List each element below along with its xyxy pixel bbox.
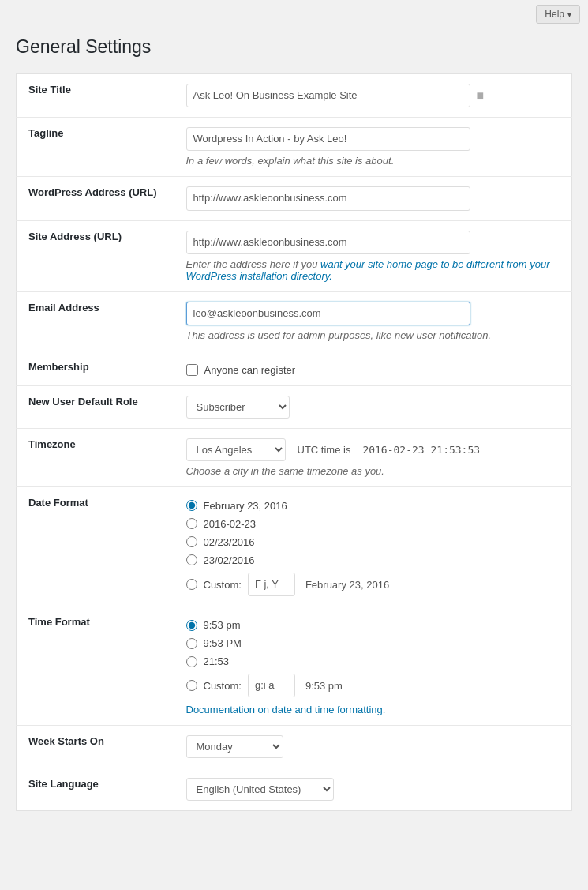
time-format-field-cell: 9:53 pm 9:53 PM 21:53 Custom:: [174, 606, 572, 726]
help-label: Help: [545, 9, 564, 20]
date-format-row: Date Format February 23, 2016 2016-02-23: [17, 486, 572, 606]
week-starts-label: Week Starts On: [17, 726, 174, 768]
timezone-label: Timezone: [17, 428, 174, 486]
date-format-radio-1[interactable]: [186, 500, 197, 511]
new-user-role-select[interactable]: Subscriber Contributor Author Editor Adm…: [186, 396, 290, 419]
site-address-hint: Enter the address here if you want your …: [186, 258, 560, 282]
date-format-option-3: 02/23/2016: [186, 536, 560, 548]
tagline-hint: In a few words, explain what this site i…: [186, 155, 560, 167]
membership-row: Membership Anyone can register: [17, 351, 572, 385]
timezone-select[interactable]: Los Angeles New York UTC London: [186, 438, 286, 461]
edit-icon: ■: [477, 88, 485, 103]
time-format-option-custom: Custom: 9:53 pm: [186, 674, 560, 697]
tagline-field-cell: In a few words, explain what this site i…: [174, 118, 572, 177]
site-address-field-cell: Enter the address here if you want your …: [174, 220, 572, 291]
week-starts-field-cell: Sunday Monday Tuesday Wednesday Thursday…: [174, 726, 572, 768]
date-format-option-1: February 23, 2016: [186, 500, 560, 512]
site-language-select[interactable]: English (United States) English (UK) Fre…: [186, 778, 334, 801]
new-user-role-label: New User Default Role: [17, 385, 174, 428]
time-format-custom-preview: 9:53 pm: [305, 680, 343, 692]
email-row: Email Address This address is used for a…: [17, 291, 572, 351]
tagline-label: Tagline: [17, 118, 174, 177]
site-title-field-cell: ■: [174, 74, 572, 118]
time-format-label-1: 9:53 pm: [204, 619, 241, 631]
date-format-group: February 23, 2016 2016-02-23 02/23/2016: [186, 497, 560, 596]
wp-address-row: WordPress Address (URL): [17, 177, 572, 220]
date-format-label-1: February 23, 2016: [204, 500, 287, 512]
help-button[interactable]: Help ▾: [536, 5, 580, 24]
week-starts-select[interactable]: Sunday Monday Tuesday Wednesday Thursday…: [186, 735, 283, 758]
date-format-option-4: 23/02/2016: [186, 554, 560, 566]
new-user-role-row: New User Default Role Subscriber Contrib…: [17, 385, 572, 428]
site-title-label: Site Title: [17, 74, 174, 118]
new-user-role-field-cell: Subscriber Contributor Author Editor Adm…: [174, 385, 572, 428]
membership-checkbox-label: Anyone can register: [204, 364, 296, 376]
date-format-label-4: 23/02/2016: [204, 554, 255, 566]
site-address-hint-prefix: Enter the address here if you: [186, 258, 321, 270]
chevron-down-icon: ▾: [567, 10, 571, 19]
time-format-custom-input[interactable]: [248, 674, 295, 697]
date-format-option-2: 2016-02-23: [186, 518, 560, 530]
timezone-field-cell: Los Angeles New York UTC London UTC time…: [174, 428, 572, 486]
time-format-option-3: 21:53: [186, 655, 560, 667]
time-format-radio-custom[interactable]: [186, 680, 197, 691]
time-format-label-3: 21:53: [204, 655, 230, 667]
top-bar: Help ▾: [0, 0, 588, 28]
site-language-field-cell: English (United States) English (UK) Fre…: [174, 768, 572, 811]
settings-table: Site Title ■ Tagline In a few words, exp…: [16, 73, 572, 811]
date-format-radio-4[interactable]: [186, 554, 197, 565]
date-format-radio-2[interactable]: [186, 518, 197, 529]
site-language-row: Site Language English (United States) En…: [17, 768, 572, 811]
tagline-input[interactable]: [186, 127, 470, 151]
site-address-input[interactable]: [186, 231, 470, 254]
wp-address-input[interactable]: [186, 186, 470, 210]
date-format-option-custom: Custom: February 23, 2016: [186, 573, 560, 596]
wp-address-field-cell: [174, 177, 572, 220]
time-format-option-1: 9:53 pm: [186, 619, 560, 631]
membership-checkbox-row: Anyone can register: [186, 361, 560, 376]
tagline-row: Tagline In a few words, explain what thi…: [17, 118, 572, 177]
email-input[interactable]: [186, 302, 470, 325]
date-format-field-cell: February 23, 2016 2016-02-23 02/23/2016: [174, 486, 572, 606]
date-format-custom-preview: February 23, 2016: [305, 579, 389, 591]
time-format-label: Time Format: [17, 606, 174, 726]
time-format-radio-1[interactable]: [186, 620, 197, 631]
membership-field-cell: Anyone can register: [174, 351, 572, 385]
week-starts-row: Week Starts On Sunday Monday Tuesday Wed…: [17, 726, 572, 768]
date-format-radio-3[interactable]: [186, 536, 197, 547]
time-format-row: Time Format 9:53 pm 9:53 PM: [17, 606, 572, 726]
date-format-label-custom: Custom:: [204, 579, 242, 591]
email-label: Email Address: [17, 291, 174, 351]
site-title-wrap: ■: [186, 84, 560, 107]
time-format-label-custom: Custom:: [204, 680, 242, 692]
date-format-label-2: 2016-02-23: [204, 518, 257, 530]
site-language-label: Site Language: [17, 768, 174, 811]
date-format-label-3: 02/23/2016: [204, 536, 255, 548]
wp-address-label: WordPress Address (URL): [17, 177, 174, 220]
membership-checkbox[interactable]: [186, 364, 198, 376]
content-area: General Settings Site Title ■ Tagline In…: [0, 28, 588, 827]
time-format-radio-2[interactable]: [186, 638, 197, 649]
site-title-input[interactable]: [186, 84, 470, 107]
site-address-row: Site Address (URL) Enter the address her…: [17, 220, 572, 291]
page-wrap: Help ▾ General Settings Site Title ■ Tag…: [0, 0, 588, 827]
email-field-cell: This address is used for admin purposes,…: [174, 291, 572, 351]
utc-label: UTC time is: [298, 444, 351, 456]
membership-label: Membership: [17, 351, 174, 385]
timezone-controls: Los Angeles New York UTC London UTC time…: [186, 438, 560, 461]
site-address-label: Site Address (URL): [17, 220, 174, 291]
date-format-radio-custom[interactable]: [186, 579, 197, 590]
date-format-label: Date Format: [17, 486, 174, 606]
timezone-row: Timezone Los Angeles New York UTC London…: [17, 428, 572, 486]
doc-link[interactable]: Documentation on date and time formattin…: [186, 704, 386, 715]
time-format-radio-3[interactable]: [186, 656, 197, 667]
page-title: General Settings: [16, 36, 572, 58]
site-title-row: Site Title ■: [17, 74, 572, 118]
time-format-group: 9:53 pm 9:53 PM 21:53 Custom:: [186, 616, 560, 697]
date-format-custom-input[interactable]: [248, 573, 295, 596]
utc-value: 2016-02-23 21:53:53: [362, 444, 480, 456]
time-format-label-2: 9:53 PM: [204, 637, 242, 649]
timezone-hint: Choose a city in the same timezone as yo…: [186, 465, 560, 477]
email-hint: This address is used for admin purposes,…: [186, 329, 560, 341]
time-format-option-2: 9:53 PM: [186, 637, 560, 649]
